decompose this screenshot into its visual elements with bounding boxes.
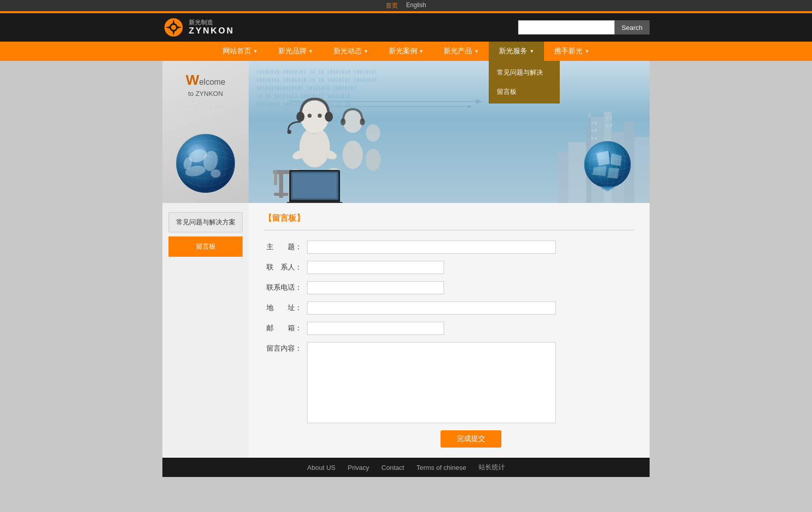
label-address: 地 址： <box>264 303 307 313</box>
svg-marker-89 <box>592 166 606 176</box>
footer-link-privacy[interactable]: Privacy <box>348 464 369 471</box>
form-row-contact: 联 系人： <box>264 261 634 274</box>
label-message: 留言内容： <box>264 342 307 353</box>
footer-link-contact[interactable]: Contact <box>382 464 404 471</box>
svg-point-60 <box>343 111 362 133</box>
service-dropdown: 常见问题与解决 留言板 <box>489 61 560 104</box>
search-input[interactable] <box>518 20 615 35</box>
svg-point-53 <box>318 114 322 118</box>
nav-item-service[interactable]: 新光服务 ▼ 常见问题与解决 留言板 <box>489 42 544 61</box>
svg-point-7 <box>192 101 194 103</box>
svg-point-34 <box>188 144 206 162</box>
svg-rect-76 <box>595 129 597 132</box>
dropdown-item-message[interactable]: 留言板 <box>489 82 560 101</box>
sidebar-item-message[interactable]: 留言板 <box>168 236 243 257</box>
input-contact[interactable] <box>307 261 444 274</box>
label-subject: 主 题： <box>264 243 307 252</box>
svg-point-12 <box>218 101 219 103</box>
svg-point-14 <box>195 105 196 107</box>
svg-point-63 <box>365 149 381 171</box>
footer: About US Privacy Contact Terms of chines… <box>162 458 650 477</box>
nav-item-products[interactable]: 新光产品 ▼ <box>433 42 489 61</box>
nav-item-brand[interactable]: 新光品牌 ▼ <box>268 42 323 61</box>
svg-rect-74 <box>595 122 597 124</box>
label-contact: 联 系人： <box>264 263 307 272</box>
svg-point-15 <box>200 104 201 106</box>
svg-point-51 <box>287 130 291 134</box>
svg-rect-39 <box>274 193 288 196</box>
nav-arrow-products: ▼ <box>474 49 479 54</box>
nav-item-news[interactable]: 新光动态 ▼ <box>323 42 379 61</box>
form-row-subject: 主 题： <box>264 241 634 254</box>
svg-rect-80 <box>610 117 612 119</box>
svg-point-9 <box>202 99 204 100</box>
footer-link-terms[interactable]: Terms of chinese <box>416 464 466 471</box>
svg-rect-41 <box>274 170 277 185</box>
search-button[interactable]: Search <box>615 20 650 35</box>
footer-link-about[interactable]: About US <box>307 464 335 471</box>
svg-point-16 <box>205 106 207 108</box>
nav-item-cases[interactable]: 新光案例 ▼ <box>379 42 434 61</box>
footer-link-stats[interactable]: 站长统计 <box>479 463 505 472</box>
agent-figures <box>264 71 386 203</box>
form-row-address: 地 址： <box>264 301 634 315</box>
hero-section: Welcome to ZYNKON <box>162 61 650 203</box>
svg-point-11 <box>213 102 214 104</box>
svg-point-64 <box>366 124 380 142</box>
input-address[interactable] <box>307 301 556 315</box>
textarea-message[interactable] <box>307 342 556 423</box>
svg-rect-81 <box>606 124 608 127</box>
english-toplink[interactable]: English <box>406 2 426 10</box>
sidebar: 常见问题与解决方案 留言板 <box>162 203 249 458</box>
input-email[interactable] <box>307 322 444 335</box>
form-row-email: 邮 箱： <box>264 322 634 335</box>
svg-point-49 <box>296 112 304 122</box>
globe-left <box>173 130 239 198</box>
svg-point-6 <box>171 25 176 30</box>
svg-point-52 <box>308 114 312 118</box>
svg-point-17 <box>210 107 212 109</box>
nav-arrow-service: ▼ <box>529 49 534 54</box>
nav-arrow-home: ▼ <box>253 49 258 54</box>
logo: 新光制造 ZYNKON <box>162 16 234 39</box>
welcome-text: Welcome to ZYNKON <box>186 70 225 97</box>
logo-icon <box>162 16 185 39</box>
submit-button[interactable]: 完成提交 <box>441 430 501 448</box>
label-phone: 联系电话： <box>264 283 307 292</box>
svg-point-13 <box>190 106 191 108</box>
svg-rect-79 <box>606 117 608 119</box>
input-phone[interactable] <box>307 281 444 294</box>
svg-rect-72 <box>558 152 568 203</box>
search-area: Search <box>518 20 650 35</box>
sidebar-item-faq[interactable]: 常见问题与解决方案 <box>168 212 243 232</box>
input-subject[interactable] <box>307 241 556 254</box>
form-row-phone: 联系电话： <box>264 281 634 294</box>
nav-item-home[interactable]: 网站首页 ▼ <box>213 42 268 61</box>
logo-text: 新光制造 ZYNKON <box>189 19 234 37</box>
svg-marker-84 <box>588 112 591 117</box>
nav-arrow-partner: ▼ <box>585 49 589 54</box>
svg-rect-73 <box>591 122 593 124</box>
main-content: 【留言板】 主 题： 联 系人： 联系电话： 地 址： <box>249 203 650 458</box>
svg-point-50 <box>325 112 333 122</box>
svg-point-8 <box>197 100 199 101</box>
globe-right <box>581 138 634 193</box>
nav-item-partner[interactable]: 携手新光 ▼ <box>544 42 599 61</box>
nav-arrow-cases: ▼ <box>419 49 424 54</box>
svg-point-48 <box>300 100 329 133</box>
content-area: 常见问题与解决方案 留言板 【留言板】 主 题： 联 系人： 联系电话： <box>162 203 650 458</box>
svg-point-18 <box>215 106 217 108</box>
svg-rect-57 <box>293 174 336 198</box>
svg-point-61 <box>341 118 346 125</box>
dropdown-item-faq[interactable]: 常见问题与解决 <box>489 63 560 82</box>
nav: 网站首页 ▼ 新光品牌 ▼ 新光动态 ▼ 新光案例 ▼ 新光产品 ▼ 新光服务 … <box>0 42 812 61</box>
hero-left: Welcome to ZYNKON <box>162 61 249 203</box>
svg-rect-75 <box>591 129 593 132</box>
home-toplink[interactable]: 首页 <box>386 2 398 10</box>
svg-point-19 <box>220 105 222 107</box>
svg-point-10 <box>208 101 209 103</box>
nav-arrow-news: ▼ <box>364 49 368 54</box>
svg-point-62 <box>360 118 365 125</box>
hero-right: 10101010 10010101 10 10 10101010 1001010… <box>249 61 650 203</box>
svg-point-59 <box>343 141 363 169</box>
